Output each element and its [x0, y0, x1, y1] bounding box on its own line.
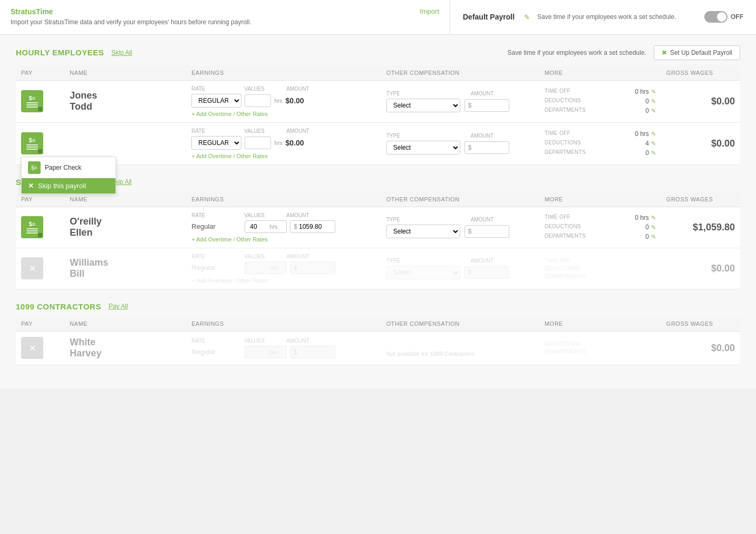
col-header-pay: PAY — [16, 65, 64, 81]
dollar-sign-wb: $ — [294, 264, 297, 271]
salary-amount-input-oreilly[interactable] — [297, 221, 332, 232]
other-amount-label-or: AMOUNT — [471, 217, 513, 222]
pay-icon-inner-pc: $≡ — [26, 138, 38, 150]
setup-default-payroll-button[interactable]: ✖ Set Up Default Payroll — [654, 45, 740, 60]
salary-amount-wrap-williams: $ — [290, 261, 335, 274]
departments-edit-jones[interactable]: ✎ — [651, 108, 656, 114]
hours-input-oreilly[interactable] — [248, 221, 269, 232]
more-row-deductions-wh: DEDUCTIONS — [545, 340, 656, 348]
table-row: ✕ Williams Bill RATE VALUES AMOUNT — [16, 248, 740, 289]
sal-col-more: MORE — [539, 192, 661, 207]
import-link[interactable]: Import — [420, 7, 439, 15]
hours-input-williams[interactable] — [248, 262, 269, 274]
more-table-wb: TIME OFF DEDUCTIONS DEPARTMENTS — [545, 257, 656, 280]
time-off-edit-jones[interactable]: ✎ — [651, 89, 656, 95]
other-amount-input-jones[interactable] — [471, 100, 506, 111]
hours-input-white[interactable] — [248, 346, 269, 358]
pay-icon-line — [26, 104, 38, 105]
type-select-williams[interactable]: Select — [386, 266, 460, 279]
other-labels-or: TYPE AMOUNT — [386, 217, 534, 222]
other-amount-wrap-wb: $ — [464, 266, 510, 279]
pay-menu-icon-pc: $≡ — [28, 161, 41, 174]
pay-icon-line — [26, 102, 38, 103]
rate-label-wb: RATE — [191, 254, 244, 259]
edit-pencil-icon[interactable]: ✎ — [524, 13, 530, 21]
values-label-wb: VALUES — [244, 254, 286, 259]
deductions-value-pc: 4 ✎ — [645, 140, 656, 147]
rate-type-oreilly: Regular — [191, 222, 241, 230]
deductions-edit-or[interactable]: ✎ — [651, 224, 656, 231]
skip-payroll-button[interactable]: ✕ Skip this payroll — [22, 178, 115, 193]
salary-amount-input-williams[interactable] — [297, 262, 332, 274]
type-select-oreilly[interactable]: Select — [386, 225, 460, 238]
toggle-switch[interactable]: OFF — [704, 11, 743, 23]
more-cell-oreilly: TIME OFF 0 hrs ✎ DEDUCTIONS 0 ✎ — [539, 207, 661, 248]
type-select-papercheck[interactable]: Select — [386, 141, 460, 154]
rate-label-wh: RATE — [191, 338, 244, 344]
con-col-gross: GROSS WAGES — [661, 316, 740, 332]
values-label-wh: VALUES — [244, 338, 286, 344]
time-off-label-wb: TIME OFF — [545, 258, 570, 264]
type-select-jones[interactable]: Select — [386, 99, 460, 112]
departments-edit-pc[interactable]: ✎ — [651, 150, 656, 157]
con-col-more: MORE — [539, 316, 661, 332]
hours-input-jones[interactable] — [245, 94, 271, 107]
time-off-edit-pc[interactable]: ✎ — [651, 131, 656, 138]
departments-value-pc: 0 ✎ — [645, 149, 656, 157]
pay-icon-line-or — [26, 232, 38, 234]
departments-edit-or[interactable]: ✎ — [651, 234, 656, 240]
pay-icon-oreilly[interactable]: $≡ — [21, 216, 43, 238]
more-row-timeoff-wb: TIME OFF — [545, 257, 656, 265]
skip-icon-white[interactable]: ✕ — [21, 337, 43, 359]
contractors-table: PAY NAME EARNINGS OTHER COMPENSATION MOR… — [16, 316, 740, 365]
deductions-edit-jones[interactable]: ✎ — [651, 98, 656, 105]
pay-icon-line-pc — [26, 147, 38, 148]
paper-check-menu-item[interactable]: $≡ Paper Check — [22, 157, 115, 178]
salary-amount-input-white[interactable] — [297, 346, 332, 358]
pay-icon-line-pc — [26, 149, 38, 150]
pay-icon-jones[interactable]: $≡ — [21, 90, 43, 112]
deductions-label-wh: DEDUCTIONS — [545, 341, 581, 347]
add-overtime-link-oreilly[interactable]: + Add Overtime / Other Rates — [191, 236, 375, 242]
skip-icon-williams[interactable]: ✕ — [21, 257, 43, 279]
sal-col-other: OTHER COMPENSATION — [381, 192, 539, 207]
other-amount-input-papercheck[interactable] — [471, 142, 506, 153]
rate-select-papercheck[interactable]: REGULAR — [191, 136, 241, 150]
time-off-edit-or[interactable]: ✎ — [651, 215, 656, 221]
other-labels: TYPE AMOUNT — [386, 91, 534, 96]
skip-payroll-label: Skip this payroll — [38, 182, 86, 190]
pay-icon-inner: $≡ — [26, 95, 38, 108]
gross-cell-white: $0.00 — [661, 331, 740, 365]
add-overtime-link-jones[interactable]: + Add Overtime / Other Rates — [191, 111, 375, 117]
dollar-sign-pc: $ — [468, 144, 472, 151]
more-cell-papercheck: TIME OFF 0 hrs ✎ DEDUCTIONS 4 ✎ — [539, 122, 661, 164]
pay-icon-papercheck[interactable]: $≡ — [21, 132, 43, 154]
other-amount-input-williams[interactable] — [471, 267, 506, 278]
deductions-edit-pc[interactable]: ✎ — [651, 140, 656, 147]
top-bar: StratusTime Import your StratusTime data… — [0, 0, 756, 35]
sal-col-pay: PAY — [16, 192, 64, 207]
contractors-pay-all-button[interactable]: Pay All — [109, 303, 128, 310]
x-mark-icon: ✕ — [28, 182, 34, 190]
rate-type-williams: Regular — [191, 264, 241, 271]
other-amount-input-oreilly[interactable] — [471, 226, 506, 237]
hours-input-papercheck[interactable] — [245, 137, 271, 149]
hourly-skip-all-button[interactable]: Skip All — [111, 49, 132, 56]
amount-label-wb: AMOUNT — [286, 254, 328, 259]
toggle-track[interactable] — [704, 11, 728, 23]
other-labels-pc: TYPE AMOUNT — [386, 133, 534, 139]
rate-select-jones[interactable]: REGULAR — [191, 94, 241, 108]
last-name-or: Ellen — [70, 227, 92, 238]
other-row-williams: Select $ — [386, 266, 534, 279]
more-cell-williams: TIME OFF DEDUCTIONS DEPARTMENTS — [539, 248, 661, 289]
gross-amount-pc: $0.00 — [666, 138, 735, 149]
employee-name-white: White Harvey — [70, 337, 181, 360]
hours-wrap-white: hrs — [245, 346, 287, 358]
pay-dropdown-papercheck: $≡ — [21, 132, 43, 154]
add-overtime-link-papercheck[interactable]: + Add Overtime / Other Rates — [191, 153, 375, 159]
not-available-contractors: Not available for 1099 Contractors — [386, 351, 474, 357]
deductions-value-jones: 0 ✎ — [645, 98, 656, 105]
hrs-label-wh: hrs — [269, 349, 277, 355]
hourly-employees-table: PAY NAME EARNINGS OTHER COMPENSATION MOR… — [16, 65, 740, 165]
more-row-deductions-wb: DEDUCTIONS — [545, 265, 656, 273]
